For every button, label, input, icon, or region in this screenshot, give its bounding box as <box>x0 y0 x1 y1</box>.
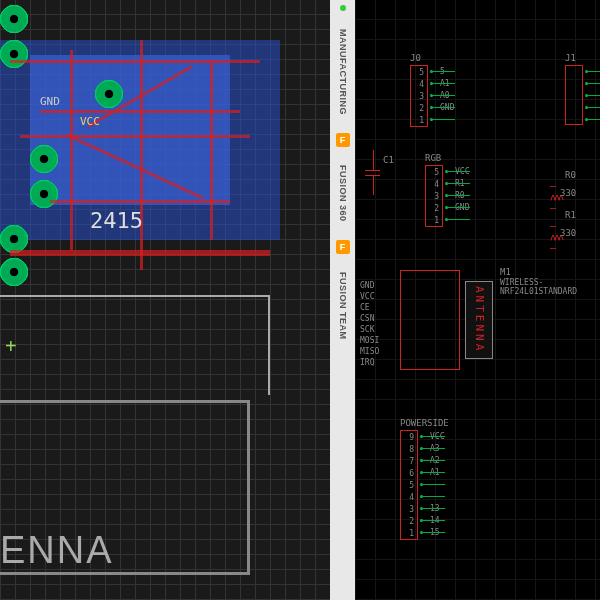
rgb-body: 5 4 3 2 1 <box>425 165 443 227</box>
connector-rgb: RGB 5 4 3 2 1 VCC R1 R0 GND <box>425 165 443 227</box>
trace <box>10 60 260 63</box>
j0-body: 5 4 3 2 1 <box>410 65 428 127</box>
part-m1: WIRELESS-NRF24L01STANDARD <box>500 278 577 296</box>
antenna-text: ANTENNA <box>466 282 492 358</box>
ref-c1: C1 <box>383 155 394 165</box>
antenna-label: ENNA <box>0 529 114 572</box>
board-outline <box>0 295 270 395</box>
ref-m1: M1 <box>500 267 511 277</box>
ref-r0: R0 <box>565 170 576 180</box>
trace <box>210 60 213 240</box>
ref-j0: J0 <box>410 53 421 63</box>
tab-manufacturing[interactable]: MANUFACTURING <box>338 26 348 118</box>
silk-vcc: VCC <box>80 115 100 128</box>
connector-j0: J0 5 4 3 2 1 5 A1 A0 GND <box>410 65 428 127</box>
ref-powerside: POWERSIDE <box>400 418 449 428</box>
status-indicator <box>340 5 346 11</box>
m1-pin-labels: GND VCC CE CSN SCK MOSI MISO IRQ <box>360 280 379 368</box>
connector-powerside: POWERSIDE 9 8 7 6 5 4 3 2 1 VCC A3 A2 A1… <box>400 430 418 540</box>
ref-j1: J1 <box>565 53 576 63</box>
trace <box>10 250 270 256</box>
origin-marker: + <box>5 335 17 358</box>
connector-j1: J1 <box>565 65 583 125</box>
pcb-board: GND VCC 2415 ENNA <box>0 0 300 600</box>
j1-body <box>565 65 583 125</box>
fusion-icon: F <box>336 240 350 254</box>
schematic-view[interactable]: J0 5 4 3 2 1 5 A1 A0 GND J1 C1 <box>355 0 600 600</box>
fusion-icon: F <box>336 133 350 147</box>
ref-rgb: RGB <box>425 153 441 163</box>
val-r1: 330 <box>560 228 576 238</box>
side-tab-bar: MANUFACTURING F FUSION 360 F FUSION TEAM <box>330 0 355 600</box>
val-r0: 330 <box>560 188 576 198</box>
trace <box>70 50 73 250</box>
silk-2415: 2415 <box>90 208 143 233</box>
trace <box>20 135 250 138</box>
ref-r1: R1 <box>565 210 576 220</box>
pcb-layout-view[interactable]: GND VCC 2415 ENNA + <box>0 0 330 600</box>
m1-body <box>400 270 460 370</box>
bottom-copper-fill-2 <box>30 55 230 205</box>
module-m1: GND VCC CE CSN SCK MOSI MISO IRQ ANTENNA… <box>400 270 460 370</box>
silk-gnd: GND <box>40 95 60 108</box>
m1-antenna: ANTENNA <box>465 281 493 359</box>
trace <box>140 40 143 270</box>
tab-fusion360[interactable]: FUSION 360 <box>338 162 348 225</box>
tab-fusion-team[interactable]: FUSION TEAM <box>338 269 348 343</box>
powerside-body: 9 8 7 6 5 4 3 2 1 <box>400 430 418 540</box>
